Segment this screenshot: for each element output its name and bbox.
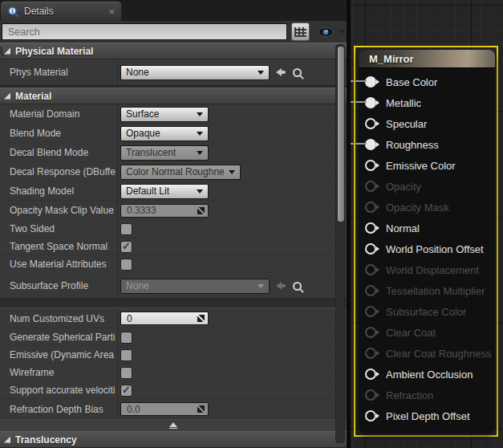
pin-label: Refraction — [386, 389, 433, 401]
pin-row: Roughness — [359, 134, 495, 155]
property-value — [116, 259, 132, 271]
number-value: 0.3333 — [127, 205, 156, 216]
property-label: Support accurate velociti — [10, 385, 116, 396]
checkbox[interactable] — [120, 332, 132, 344]
property-row: Phys MaterialNone — [0, 59, 347, 85]
category-material[interactable]: Material — [0, 88, 347, 104]
expanded-arrow-icon — [4, 93, 10, 100]
category-physical-material[interactable]: Physical Material — [0, 43, 347, 59]
search-input[interactable] — [2, 23, 287, 40]
pin-icon[interactable] — [365, 285, 376, 296]
unreal-material-editor: Details × — [0, 0, 503, 448]
checkbox[interactable] — [120, 349, 132, 361]
pin-icon[interactable] — [365, 139, 376, 150]
checkbox[interactable] — [120, 241, 132, 253]
dropdown[interactable]: Translucent — [120, 145, 209, 161]
pin-label: Opacity — [386, 181, 421, 193]
property-row: Emissive (Dynamic Area — [0, 346, 347, 364]
property-label: Num Customized UVs — [10, 313, 116, 324]
scrollbar-thumb[interactable] — [338, 47, 344, 222]
checkbox[interactable] — [120, 367, 132, 379]
property-value: Default Lit — [116, 184, 209, 199]
dropdown[interactable]: Surface — [120, 107, 209, 122]
property-value: Surface — [116, 107, 209, 122]
checkbox[interactable] — [120, 223, 132, 235]
property-row: Decal Blend ModeTranslucent — [0, 143, 347, 162]
pin-row: Clear Coat Roughness — [359, 343, 495, 364]
property-row: Two Sided — [0, 220, 347, 238]
graph-canvas[interactable]: M_Mirror Base ColorMetallicSpecularRough… — [351, 0, 503, 448]
search-toolbar — [0, 21, 347, 43]
tab-details[interactable]: Details × — [1, 2, 121, 21]
grid-view-button[interactable] — [291, 22, 310, 41]
chevron-down-icon — [339, 30, 345, 34]
pin-icon[interactable] — [365, 181, 376, 192]
pin-icon[interactable] — [365, 118, 376, 129]
details-content: Physical Material Phys MaterialNone Mate… — [0, 43, 347, 448]
checkbox[interactable] — [120, 259, 132, 271]
number-input[interactable]: 0.3333 — [120, 204, 209, 218]
pin-icon[interactable] — [365, 389, 376, 401]
property-row: Material DomainSurface — [0, 104, 347, 124]
browse-asset-icon[interactable] — [293, 282, 302, 291]
use-selected-asset-icon[interactable] — [276, 282, 286, 290]
dropdown-value: Surface — [126, 108, 159, 120]
dropdown[interactable]: None — [120, 65, 270, 80]
property-label: Use Material Attributes — [10, 259, 116, 270]
checkbox[interactable] — [120, 385, 132, 397]
pin-row: Opacity Mask — [359, 197, 495, 218]
pin-icon[interactable] — [365, 369, 376, 380]
property-label: Refraction Depth Bias — [10, 404, 116, 415]
search-icon — [0, 46, 2, 55]
number-value: 0.0 — [127, 404, 140, 415]
connection-wire — [351, 101, 367, 103]
view-options-button[interactable] — [317, 26, 345, 38]
property-row: Generate Spherical Partic — [0, 328, 347, 346]
dropdown-value: Default Lit — [126, 185, 169, 197]
pin-icon[interactable] — [365, 202, 376, 213]
pin-icon[interactable] — [365, 160, 376, 171]
dropdown[interactable]: Color Normal Roughness — [120, 165, 241, 180]
physical-material-rows: Phys MaterialNone — [0, 59, 347, 85]
pin-row: Subsurface Color — [359, 301, 495, 322]
browse-asset-icon[interactable] — [293, 68, 302, 77]
pin-icon[interactable] — [365, 97, 376, 108]
pin-icon[interactable] — [365, 410, 376, 422]
pin-row: Specular — [359, 113, 495, 134]
dropdown[interactable]: Default Lit — [120, 184, 209, 199]
material-node-header[interactable]: M_Mirror — [359, 50, 495, 68]
use-selected-asset-icon[interactable] — [276, 68, 286, 76]
category-title: Translucency — [15, 434, 77, 446]
chevron-down-icon — [258, 284, 264, 288]
property-label: Material Domain — [10, 108, 116, 120]
property-value: None — [116, 279, 302, 294]
spinbox-drag-icon — [197, 315, 205, 322]
material-node[interactable]: M_Mirror Base ColorMetallicSpecularRough… — [359, 50, 495, 433]
pin-icon[interactable] — [365, 222, 376, 234]
close-icon[interactable]: × — [108, 6, 115, 17]
pin-icon[interactable] — [365, 348, 376, 359]
pin-icon[interactable] — [365, 76, 376, 88]
dropdown[interactable]: Opaque — [120, 126, 209, 141]
pin-icon[interactable] — [365, 327, 376, 338]
pin-icon[interactable] — [365, 306, 376, 317]
spinbox-drag-icon — [197, 405, 205, 413]
pin-row: Pixel Depth Offset — [359, 405, 495, 426]
category-translucency[interactable]: Translucency — [0, 431, 347, 448]
property-value: 0.0 — [116, 402, 209, 416]
pin-label: Specular — [386, 118, 427, 130]
pin-row: Emissive Color — [359, 155, 495, 176]
pin-row: Opacity — [359, 176, 495, 197]
number-input[interactable]: 0.0 — [120, 402, 209, 416]
advanced-expander[interactable] — [0, 419, 347, 431]
property-row: Blend ModeOpaque — [0, 124, 347, 143]
property-value — [116, 241, 132, 253]
pin-icon[interactable] — [365, 264, 376, 275]
number-input[interactable]: 0 — [120, 312, 209, 325]
dropdown[interactable]: None — [120, 279, 270, 294]
pin-icon[interactable] — [365, 243, 376, 255]
pin-row: Normal — [359, 218, 495, 238]
tab-bar: Details × — [0, 0, 347, 21]
dropdown-value: Opaque — [126, 128, 160, 139]
pin-label: Clear Coat Roughness — [386, 348, 492, 360]
